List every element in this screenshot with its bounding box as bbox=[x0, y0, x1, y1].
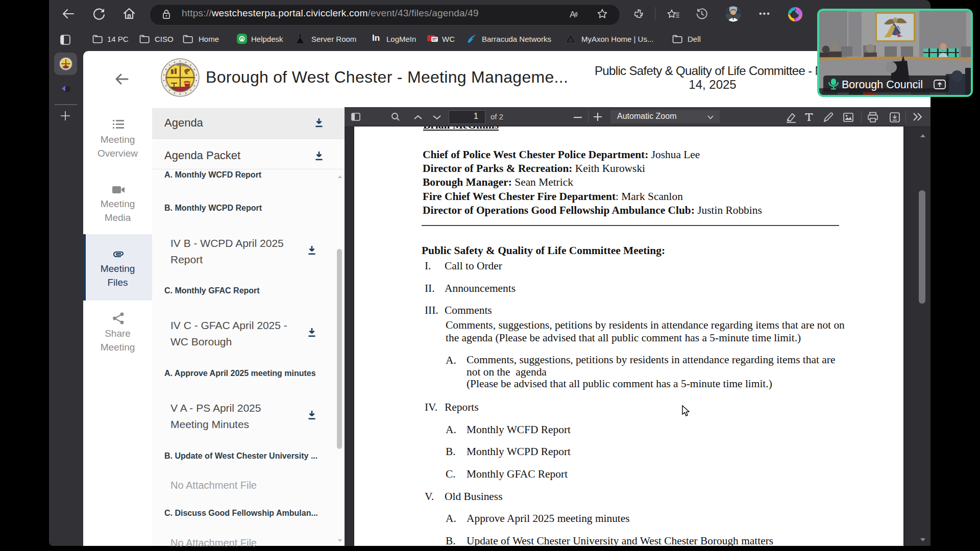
svg-text:A: A bbox=[570, 10, 576, 19]
svg-text:Borough Council: Borough Council bbox=[842, 79, 923, 91]
